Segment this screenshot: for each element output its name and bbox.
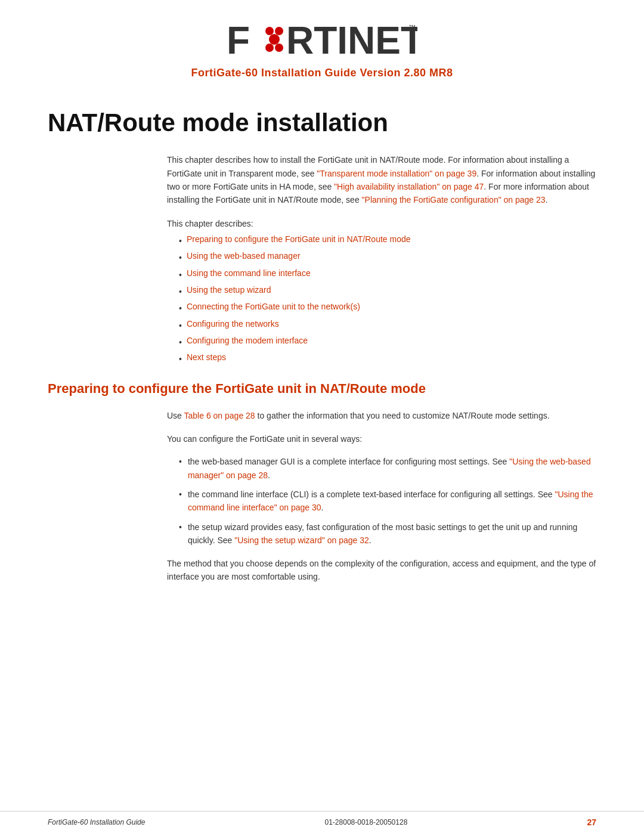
list-item-web: the web-based manager GUI is a complete … xyxy=(179,455,596,482)
svg-point-2 xyxy=(275,27,283,35)
cli-text-end: . xyxy=(321,503,324,512)
chapter-link-2[interactable]: Using the web-based manager xyxy=(187,251,301,261)
footer-page-number: 27 xyxy=(587,817,596,827)
cli-text: the command line interface (CLI) is a co… xyxy=(188,488,596,515)
svg-text:RTINET: RTINET xyxy=(286,19,417,61)
section1-para1-start: Use xyxy=(167,411,184,420)
footer-doc-id: 01-28008-0018-20050128 xyxy=(325,818,408,826)
logo-container: F RTINET ™ xyxy=(227,18,417,61)
list-item-wizard: the setup wizard provides easy, fast con… xyxy=(179,521,596,547)
wizard-text-end: . xyxy=(369,535,371,545)
ha-link[interactable]: "High availability installation" on page… xyxy=(334,182,484,191)
svg-point-3 xyxy=(269,34,280,45)
list-item-cli: the command line interface (CLI) is a co… xyxy=(179,488,596,515)
list-item: Preparing to configure the FortiGate uni… xyxy=(179,234,596,247)
table6-link[interactable]: Table 6 on page 28 xyxy=(184,411,255,420)
svg-point-1 xyxy=(265,27,274,35)
fortinet-logo: F RTINET ™ xyxy=(227,18,417,61)
web-manager-text: the web-based manager GUI is a complete … xyxy=(188,455,596,482)
chapter-link-6[interactable]: Configuring the networks xyxy=(187,319,279,329)
svg-text:™: ™ xyxy=(408,23,416,32)
chapter-link-1[interactable]: Preparing to configure the FortiGate uni… xyxy=(187,234,411,244)
planning-link[interactable]: "Planning the FortiGate configuration" o… xyxy=(362,195,546,205)
chapter-link-4[interactable]: Using the setup wizard xyxy=(187,285,271,295)
chapter-link-8[interactable]: Next steps xyxy=(187,352,226,362)
web-text-end: . xyxy=(268,470,270,480)
intro-paragraph: This chapter describes how to install th… xyxy=(167,153,596,207)
svg-text:F: F xyxy=(227,19,250,61)
subtitle: FortiGate-60 Installation Guide Version … xyxy=(191,67,453,79)
intro-text-final: . xyxy=(546,195,548,205)
list-item: Configuring the networks xyxy=(179,319,596,332)
this-chapter-label: This chapter describes: xyxy=(167,219,596,228)
chapter-links-list: Preparing to configure the FortiGate uni… xyxy=(179,234,596,366)
config-methods-list: the web-based manager GUI is a complete … xyxy=(179,455,596,547)
list-item: Next steps xyxy=(179,352,596,366)
section1-para2: You can configure the FortiGate unit in … xyxy=(167,432,596,445)
list-item: Configuring the modem interface xyxy=(179,336,596,349)
list-item: Connecting the FortiGate unit to the net… xyxy=(179,302,596,315)
section1-para1-end: to gather the information that you need … xyxy=(255,411,550,420)
svg-point-4 xyxy=(265,44,274,52)
main-content: NAT/Route mode installation This chapter… xyxy=(0,91,644,811)
wizard-text: the setup wizard provides easy, fast con… xyxy=(188,521,596,547)
chapter-link-5[interactable]: Connecting the FortiGate unit to the net… xyxy=(187,302,360,311)
page-header: F RTINET ™ FortiGate-60 Installation Gui… xyxy=(0,0,644,91)
section1-para1: Use Table 6 on page 28 to gather the inf… xyxy=(167,409,596,422)
list-item: Using the web-based manager xyxy=(179,251,596,264)
footer-title: FortiGate-60 Installation Guide xyxy=(48,818,145,826)
chapter-link-7[interactable]: Configuring the modem interface xyxy=(187,336,308,345)
transparent-mode-link[interactable]: "Transparent mode installation" on page … xyxy=(317,169,476,178)
section1-para3: The method that you choose depends on th… xyxy=(167,557,596,584)
web-text-start: the web-based manager GUI is a complete … xyxy=(188,457,509,466)
section1-heading: Preparing to configure the FortiGate uni… xyxy=(48,380,596,398)
svg-point-5 xyxy=(275,44,283,52)
list-item: Using the setup wizard xyxy=(179,285,596,298)
page: F RTINET ™ FortiGate-60 Installation Gui… xyxy=(0,0,644,833)
list-item: Using the command line interface xyxy=(179,268,596,281)
chapter-link-3[interactable]: Using the command line interface xyxy=(187,268,311,278)
page-title: NAT/Route mode installation xyxy=(48,109,596,137)
wizard-link[interactable]: "Using the setup wizard" on page 32 xyxy=(234,535,369,545)
cli-text-start: the command line interface (CLI) is a co… xyxy=(188,490,555,499)
section1-content: Use Table 6 on page 28 to gather the inf… xyxy=(167,409,596,583)
page-footer: FortiGate-60 Installation Guide 01-28008… xyxy=(0,811,644,833)
